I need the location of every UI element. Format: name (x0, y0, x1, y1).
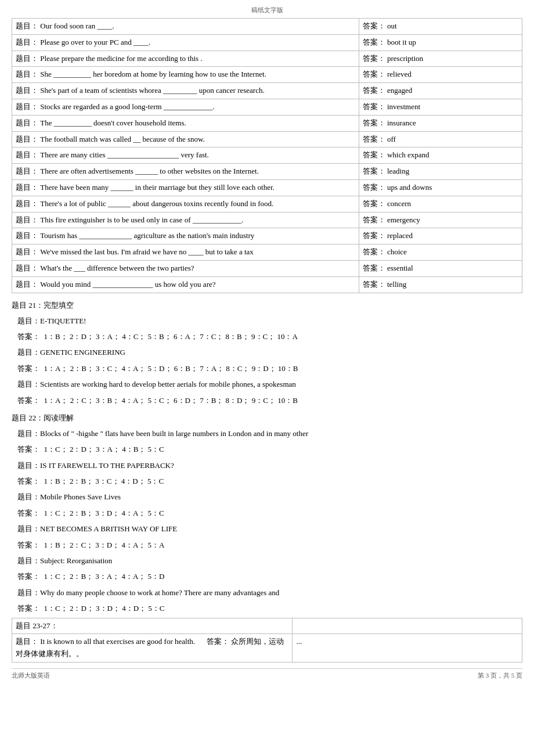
question-text: There's a lot of public ______ about dan… (40, 199, 273, 208)
section23-question-cell: 题目： It is known to all that exercises ar… (12, 634, 293, 663)
answer-text: out (387, 21, 397, 30)
answer-cell: 答案： replaced (359, 228, 522, 244)
a-label: 答案： (363, 54, 385, 63)
answer-cell: 答案： emergency (359, 212, 522, 228)
answer-cell: 答案： off (359, 131, 522, 147)
section22-header: 题目 22：阅读理解 (12, 413, 522, 423)
table-row: 题目： Tourism has ______________ agricultu… (12, 228, 522, 244)
question-text: There are many cities __________________… (40, 150, 209, 159)
question-text: Tourism has ______________ agriculture a… (40, 231, 254, 240)
question-text: There are often advertisements ______ to… (40, 167, 259, 175)
table-row: 题目： Our food soon ran ____. 答案： out (12, 19, 522, 35)
section22-item: 题目：Mobile Phones Save Lives 答案： 1：C； 2：B… (12, 490, 522, 520)
answer-text: emergency (387, 215, 420, 224)
a-label: 答案： (363, 102, 385, 111)
answer-text: prescription (387, 54, 423, 63)
section22-item: 题目：Blocks of " -higshe " flats have been… (12, 427, 522, 456)
a-label: 答案： (363, 280, 385, 289)
table-row: 题目： Please go over to your PC and ____. … (12, 34, 522, 51)
q-label: 题目： (16, 38, 38, 46)
q-label: 题目： (16, 264, 38, 272)
answer-cell: 答案： prescription (359, 51, 522, 67)
table-row: 题目： Stocks are regarded as a good long-t… (12, 99, 522, 115)
question-cell: 题目： Tourism has ______________ agricultu… (12, 228, 359, 244)
q-label: 题目： (16, 135, 38, 143)
question-cell: 题目： Stocks are regarded as a good long-t… (12, 99, 359, 115)
section22-question: 题目：IS IT FAREWELL TO THE PAPERBACK? (17, 459, 522, 472)
section22-item: 题目：Subject: Reorganisation 答案： 1：C； 2：B；… (12, 554, 522, 584)
answer-cell: 答案： out (359, 19, 522, 35)
question-text: The football match was called __ because… (40, 135, 205, 143)
answer-cell: 答案： engaged (359, 83, 522, 99)
answer-cell: 答案： boot it up (359, 34, 522, 51)
q-label: 题目： (16, 215, 38, 224)
question-text: This fire extinguisher is to be used onl… (40, 215, 243, 224)
answer-cell: 答案： essential (359, 260, 522, 276)
answer-text: off (387, 135, 396, 143)
table-row: 题目： Please prepare the medicine for me a… (12, 51, 522, 67)
question-text: We've missed the last bus. I'm afraid we… (40, 247, 254, 256)
answer-text: replaced (387, 231, 413, 240)
question-text: Stocks are regarded as a good long-term … (40, 102, 214, 111)
table-row: 题目： The __________ doesn't cover househo… (12, 115, 522, 131)
qa-table: 题目： Our food soon ran ____. 答案： out 题目： … (12, 18, 522, 293)
section23-ellipsis-cell: ... (293, 634, 522, 663)
answer-cell: 答案： investment (359, 99, 522, 115)
section21-question: 题目：E-TIQUETTE! (17, 314, 522, 327)
q-label: 题目： (16, 86, 38, 95)
a-label: 答案： (363, 70, 385, 78)
question-cell: 题目： Would you mind ________________ us h… (12, 276, 359, 293)
section21-question: 题目：GENETIC ENGINEERING (17, 345, 522, 359)
a-label: 答案： (363, 167, 385, 175)
section21-answer: 答案： 1：A； 2：C； 3：B； 4：A； 5：C； 6：D； 7：B； 8… (17, 394, 522, 407)
section22-item: 题目：Why do many people choose to work at … (12, 586, 522, 615)
a-label: 答案： (363, 264, 385, 272)
table-row: 题目： Would you mind ________________ us h… (12, 276, 522, 293)
answer-cell: 答案： insurance (359, 115, 522, 131)
table-row: 题目： We've missed the last bus. I'm afrai… (12, 244, 522, 261)
q-label: 题目： (16, 637, 38, 646)
question-text: There have been many ______ in their mar… (40, 183, 275, 192)
a-label: 答案： (363, 231, 385, 240)
answer-text: which expand (387, 150, 430, 159)
question-cell: 题目： There are often advertisements _____… (12, 164, 359, 180)
a-label: 答案： (363, 118, 385, 127)
section22-answer: 答案： 1：B； 2：B； 3：C； 4：D； 5：C (17, 474, 522, 488)
answer-text: concern (387, 199, 411, 208)
a-label: 答案： (363, 21, 385, 30)
question-text: She __________ her boredom at home by le… (40, 70, 266, 78)
table-row: 题目： There are many cities ______________… (12, 147, 522, 164)
q-label: 题目： (16, 102, 38, 111)
section22-answer: 答案： 1：C； 2：D； 3：D； 4：D； 5：C (17, 602, 522, 615)
question-cell: 题目： The football match was called __ bec… (12, 131, 359, 147)
section21-answer: 答案： 1：A； 2：B； 3：C； 4：A； 5：D； 6：B； 7：A； 8… (17, 362, 522, 375)
answer-cell: 答案： telling (359, 276, 522, 293)
section21-question: 题目：Scientists are working hard to develo… (17, 377, 522, 391)
a-label: 答案： (207, 637, 229, 646)
section23-ellipsis: ... (296, 637, 302, 646)
answer-text: investment (387, 102, 420, 111)
table-row: 题目： She __________ her boredom at home b… (12, 67, 522, 83)
section21-item: 题目：E-TIQUETTE! 答案： 1：B； 2：D； 3：A； 4：C； 5… (12, 314, 522, 344)
section23-header: 题目 23-27： (16, 621, 58, 630)
section22-item: 题目：NET BECOMES A BRITISH WAY OF LIFE 答案：… (12, 522, 522, 552)
question-cell: 题目： She __________ her boredom at home b… (12, 67, 359, 83)
bottom-bar: 北师大版英语 第 3 页，共 5 页 (12, 668, 522, 680)
bottom-left: 北师大版英语 (12, 671, 50, 680)
question-text: Please go over to your PC and ____. (40, 38, 150, 46)
table-row: 题目： What's the ___ difference between th… (12, 260, 522, 276)
question-cell: 题目： There have been many ______ in their… (12, 179, 359, 196)
question-cell: 题目： She's part of a team of scientists w… (12, 83, 359, 99)
section22-question: 题目：NET BECOMES A BRITISH WAY OF LIFE (17, 522, 522, 535)
q-label: 题目： (16, 280, 38, 289)
question-cell: 题目： Please go over to your PC and ____. (12, 34, 359, 51)
a-label: 答案： (363, 215, 385, 224)
question-text: Our food soon ran ____. (40, 21, 114, 30)
answer-cell: 答案： concern (359, 196, 522, 212)
bottom-right: 第 3 页，共 5 页 (478, 671, 522, 680)
answer-cell: 答案： ups and downs (359, 179, 522, 196)
answer-cell: 答案： which expand (359, 147, 522, 164)
top-label: 稿纸文字版 (12, 6, 522, 15)
table-row: 题目： There's a lot of public ______ about… (12, 196, 522, 212)
section22-answer: 答案： 1：C； 2：B； 3：A； 4：A； 5：D (17, 570, 522, 583)
